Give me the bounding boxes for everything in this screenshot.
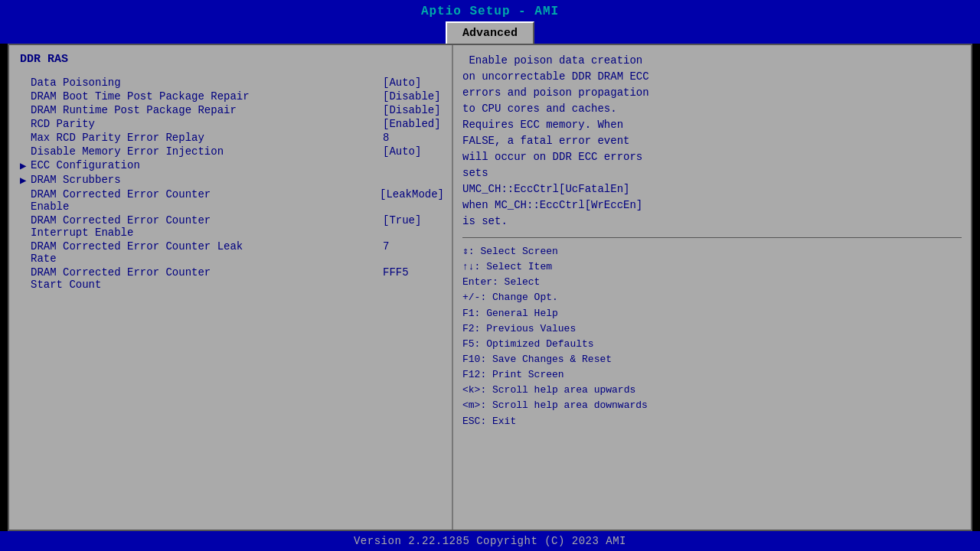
key-hint: F2: Previous Values [462,321,962,337]
main-content: DDR RAS Data Poisoning[Auto] DRAM Boot T… [8,44,972,531]
menu-item[interactable]: DRAM Corrected Error Counter Interrupt E… [20,214,444,239]
menu-value: FFF5 [375,266,444,279]
key-hint: F1: General Help [462,306,962,321]
menu-value: [LeakMode] [372,188,444,201]
menu-label: DRAM Scrubbers [31,174,444,186]
left-panel: DDR RAS Data Poisoning[Auto] DRAM Boot T… [9,45,453,530]
menu-item[interactable]: DRAM Corrected Error Counter Start Count… [20,266,444,291]
menu-value: [Auto] [375,145,444,158]
key-hint: Enter: Select [462,275,962,290]
menu-item[interactable]: Data Poisoning[Auto] [20,77,444,89]
key-hint: +/-: Change Opt. [462,290,962,305]
menu-label: DRAM Corrected Error Counter Start Count [31,266,375,291]
menu-item[interactable]: ▶DRAM Scrubbers [20,174,444,187]
menu-item[interactable]: DRAM Corrected Error Counter Leak Rate7 [20,240,444,265]
menu-item[interactable]: Max RCD Parity Error Replay8 [20,132,444,144]
version-text: Version 2.22.1285 Copyright (C) 2023 AMI [354,535,626,547]
key-hint: F12: Print Screen [462,367,962,383]
key-hint: ⇕: Select Screen [462,244,962,259]
title-bar: Aptio Setup - AMI [0,0,980,21]
help-text: Enable poison data creation on uncorrect… [462,53,962,230]
menu-value: 8 [375,132,444,144]
menu-value: [Auto] [375,77,444,89]
help-divider [462,237,962,238]
section-title: DDR RAS [20,53,444,66]
menu-label: DRAM Corrected Error Counter Interrupt E… [31,214,375,239]
menu-item[interactable]: ▶ECC Configuration [20,159,444,172]
bottom-bar: Version 2.22.1285 Copyright (C) 2023 AMI [0,531,980,551]
submenu-arrow: ▶ [20,159,31,172]
menu-item[interactable]: DRAM Boot Time Post Package Repair[Disab… [20,90,444,103]
menu-label: DRAM Corrected Error Counter Leak Rate [31,240,375,265]
menu-label: DRAM Corrected Error Counter Enable [31,188,372,213]
key-hint: ↑↓: Select Item [462,259,962,275]
app-title: Aptio Setup - AMI [421,5,559,18]
menu-label: ECC Configuration [31,159,444,171]
right-panel: Enable poison data creation on uncorrect… [453,45,971,530]
menu-items: Data Poisoning[Auto] DRAM Boot Time Post… [20,77,444,291]
key-hint: ESC: Exit [462,414,962,429]
menu-item[interactable]: RCD Parity[Enabled] [20,118,444,130]
submenu-arrow: ▶ [20,174,31,187]
menu-value: [Disable] [375,104,444,116]
tab-advanced[interactable]: Advanced [446,21,534,44]
tab-bar: Advanced [0,21,980,44]
key-hints: ⇕: Select Screen↑↓: Select ItemEnter: Se… [462,244,962,429]
menu-item[interactable]: Disable Memory Error Injection[Auto] [20,145,444,158]
menu-item[interactable]: DRAM Corrected Error Counter Enable[Leak… [20,188,444,213]
menu-label: Data Poisoning [31,77,375,89]
key-hint: <m>: Scroll help area downwards [462,398,962,413]
menu-label: Max RCD Parity Error Replay [31,132,375,144]
menu-value: [True] [375,214,444,227]
key-hint: F10: Save Changes & Reset [462,352,962,367]
menu-label: Disable Memory Error Injection [31,145,375,158]
menu-label: RCD Parity [31,118,375,130]
menu-label: DRAM Boot Time Post Package Repair [31,90,375,103]
key-hint: <k>: Scroll help area upwards [462,383,962,398]
menu-item[interactable]: DRAM Runtime Post Package Repair[Disable… [20,104,444,116]
menu-value: [Enabled] [375,118,444,130]
menu-value: [Disable] [375,90,444,103]
menu-label: DRAM Runtime Post Package Repair [31,104,375,116]
key-hint: F5: Optimized Defaults [462,337,962,352]
menu-value: 7 [375,240,444,253]
